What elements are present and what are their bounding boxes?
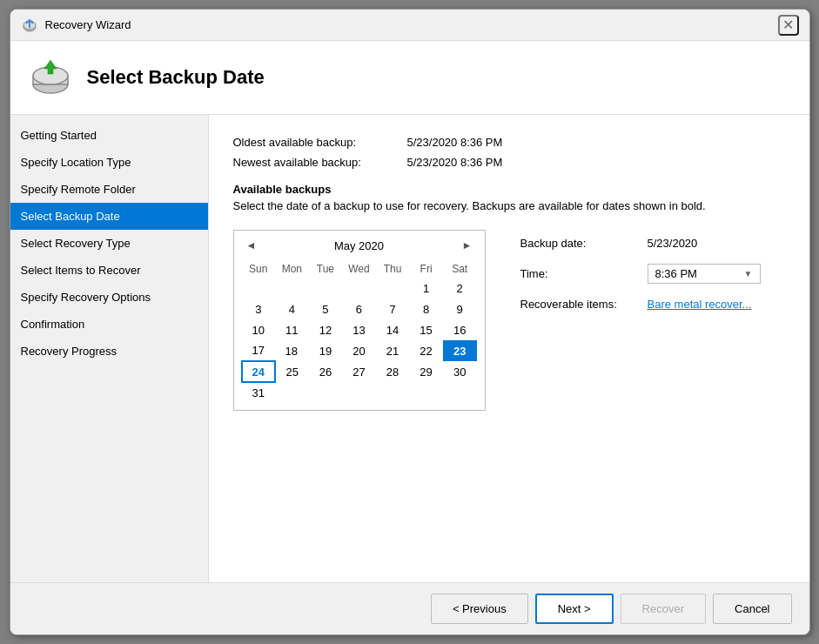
calendar-empty: [242, 278, 276, 299]
calendar-and-info: ◄ May 2020 ► Sun Mon Tue Wed Thu: [233, 230, 785, 411]
header-section: Select Backup Date: [10, 41, 809, 115]
calendar-day-14[interactable]: 14: [376, 319, 410, 340]
calendar-empty: [275, 382, 309, 403]
calendar-day-13[interactable]: 13: [342, 319, 376, 340]
main-window: Recovery Wizard ✕ Select Backup Date Get…: [10, 9, 810, 635]
calendar-empty: [342, 278, 376, 299]
sidebar-item-specify-recovery-options[interactable]: Specify Recovery Options: [10, 284, 208, 311]
calendar-day-30[interactable]: 30: [443, 361, 477, 382]
sidebar-item-select-items-to-recover[interactable]: Select Items to Recover: [10, 257, 208, 284]
cal-header-tue: Tue: [309, 260, 343, 278]
calendar-day-23[interactable]: 23: [443, 340, 477, 361]
footer: < Previous Next > Recover Cancel: [10, 582, 809, 634]
time-dropdown[interactable]: 8:36 PM ▼: [648, 264, 761, 284]
calendar-day-6[interactable]: 6: [342, 299, 376, 319]
calendar-day-16[interactable]: 16: [443, 319, 477, 340]
time-row: Time: 8:36 PM ▼: [520, 264, 761, 284]
sidebar-item-getting-started[interactable]: Getting Started: [10, 122, 208, 149]
calendar-day-22[interactable]: 22: [409, 340, 443, 361]
available-backups-desc: Select the date of a backup to use for r…: [233, 199, 785, 212]
sidebar-item-specify-location-type[interactable]: Specify Location Type: [10, 149, 208, 176]
available-backups-title: Available backups: [233, 183, 785, 196]
cal-header-thu: Thu: [376, 260, 410, 278]
calendar-day-3[interactable]: 3: [242, 299, 276, 319]
previous-button[interactable]: < Previous: [431, 594, 528, 624]
calendar-day-25[interactable]: 25: [275, 361, 309, 382]
sidebar-item-specify-remote-folder[interactable]: Specify Remote Folder: [10, 176, 208, 203]
calendar: ◄ May 2020 ► Sun Mon Tue Wed Thu: [233, 230, 486, 411]
close-button[interactable]: ✕: [778, 15, 799, 36]
dropdown-arrow-icon: ▼: [744, 269, 753, 278]
calendar-day-8[interactable]: 8: [409, 299, 443, 319]
sidebar: Getting Started Specify Location Type Sp…: [10, 115, 209, 582]
oldest-backup-row: Oldest available backup: 5/23/2020 8:36 …: [233, 136, 785, 149]
calendar-day-24[interactable]: 24: [242, 361, 276, 382]
calendar-day-31[interactable]: 31: [242, 382, 276, 403]
cancel-button[interactable]: Cancel: [713, 594, 791, 624]
newest-backup-value: 5/23/2020 8:36 PM: [407, 156, 503, 169]
oldest-backup-label: Oldest available backup:: [233, 136, 407, 149]
backup-date-row: Backup date: 5/23/2020: [520, 237, 761, 250]
calendar-day-18[interactable]: 18: [275, 340, 309, 361]
page-title: Select Backup Date: [87, 66, 265, 89]
backup-date-value: 5/23/2020: [648, 237, 698, 250]
calendar-day-26[interactable]: 26: [309, 361, 343, 382]
wizard-icon: [28, 55, 73, 100]
sidebar-item-select-recovery-type[interactable]: Select Recovery Type: [10, 230, 208, 257]
calendar-day-7[interactable]: 7: [376, 299, 410, 319]
sidebar-item-select-backup-date[interactable]: Select Backup Date: [10, 203, 208, 230]
calendar-prev-button[interactable]: ◄: [241, 238, 262, 253]
cal-header-wed: Wed: [342, 260, 376, 278]
calendar-day-9[interactable]: 9: [443, 299, 477, 319]
calendar-day-1[interactable]: 1: [409, 278, 443, 299]
calendar-day-10[interactable]: 10: [242, 319, 276, 340]
backup-info-panel: Backup date: 5/23/2020 Time: 8:36 PM ▼ R…: [520, 230, 761, 311]
title-bar: Recovery Wizard ✕: [10, 10, 809, 41]
next-button[interactable]: Next >: [535, 594, 614, 624]
calendar-day-5[interactable]: 5: [309, 299, 343, 319]
recoverable-items-link[interactable]: Bare metal recover...: [648, 298, 752, 311]
cal-header-sat: Sat: [443, 260, 477, 278]
title-bar-left: Recovery Wizard: [21, 17, 131, 34]
calendar-day-21[interactable]: 21: [376, 340, 410, 361]
calendar-day-11[interactable]: 11: [275, 319, 309, 340]
calendar-empty: [409, 382, 443, 403]
cal-header-fri: Fri: [409, 260, 443, 278]
content-area: Oldest available backup: 5/23/2020 8:36 …: [209, 115, 809, 582]
backup-date-label: Backup date:: [520, 237, 634, 250]
newest-backup-row: Newest available backup: 5/23/2020 8:36 …: [233, 156, 785, 169]
sidebar-item-confirmation[interactable]: Confirmation: [10, 311, 208, 338]
calendar-empty: [309, 382, 343, 403]
main-content: Getting Started Specify Location Type Sp…: [10, 115, 809, 582]
calendar-day-20[interactable]: 20: [342, 340, 376, 361]
calendar-empty: [342, 382, 376, 403]
calendar-empty: [376, 278, 410, 299]
calendar-day-19[interactable]: 19: [309, 340, 343, 361]
calendar-day-2[interactable]: 2: [443, 278, 477, 299]
time-label: Time:: [520, 267, 634, 280]
calendar-empty: [309, 278, 343, 299]
recoverable-items-label: Recoverable items:: [520, 298, 634, 311]
calendar-empty: [275, 278, 309, 299]
calendar-day-15[interactable]: 15: [409, 319, 443, 340]
sidebar-item-recovery-progress[interactable]: Recovery Progress: [10, 338, 208, 365]
calendar-nav: ◄ May 2020 ►: [241, 238, 478, 253]
recover-button: Recover: [621, 594, 706, 624]
calendar-grid: Sun Mon Tue Wed Thu Fri Sat 123456789101…: [241, 260, 478, 403]
calendar-day-29[interactable]: 29: [409, 361, 443, 382]
calendar-month-year: May 2020: [334, 239, 384, 252]
calendar-day-27[interactable]: 27: [342, 361, 376, 382]
window-title: Recovery Wizard: [45, 18, 131, 31]
oldest-backup-value: 5/23/2020 8:36 PM: [407, 136, 503, 149]
calendar-day-4[interactable]: 4: [275, 299, 309, 319]
calendar-empty: [376, 382, 410, 403]
cal-header-mon: Mon: [275, 260, 309, 278]
app-icon: [21, 17, 38, 34]
time-dropdown-value: 8:36 PM: [655, 267, 697, 280]
calendar-day-17[interactable]: 17: [242, 340, 276, 361]
calendar-day-28[interactable]: 28: [376, 361, 410, 382]
calendar-day-12[interactable]: 12: [309, 319, 343, 340]
recoverable-items-row: Recoverable items: Bare metal recover...: [520, 298, 761, 311]
calendar-next-button[interactable]: ►: [457, 238, 478, 253]
cal-header-sun: Sun: [242, 260, 276, 278]
